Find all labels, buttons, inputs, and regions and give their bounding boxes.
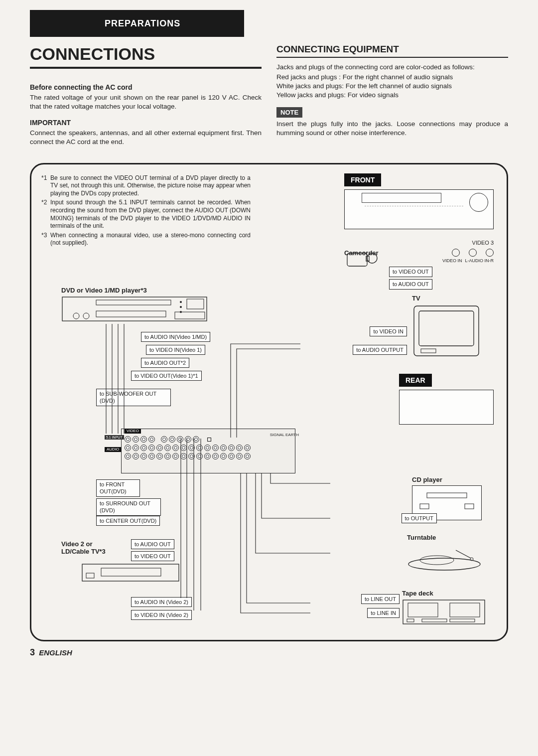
to-audio-out-label: to AUDIO OUT xyxy=(389,279,432,290)
note-text: Insert the plugs fully into the jacks. L… xyxy=(276,120,508,138)
rear-panel-label: REAR xyxy=(399,374,432,387)
dvd-player-icon xyxy=(61,296,211,331)
to-front-out-label: to FRONT OUT(DVD) xyxy=(96,479,140,497)
front-panel-block: FRONT VIDEO 3 Camcorder VIDEO IN L-AUDIO… xyxy=(344,173,494,290)
svg-rect-23 xyxy=(82,564,179,581)
to-audio-in-v2-label: to AUDIO IN (Video 2) xyxy=(131,597,192,607)
front-panel-label: FRONT xyxy=(344,173,381,187)
to-audio-output-label: to AUDIO OUTPUT xyxy=(353,345,407,355)
tape-caption: Tape deck xyxy=(402,589,487,598)
svg-rect-31 xyxy=(450,619,475,622)
rear-audio-strip-label: AUDIO xyxy=(105,447,121,453)
video2-device-block xyxy=(81,563,181,586)
turntable-icon xyxy=(407,543,482,572)
svg-rect-26 xyxy=(403,600,485,624)
section-title-connecting: CONNECTING EQUIPMENT xyxy=(276,43,508,58)
subheading-ac-cord: Before connecting the AC cord xyxy=(30,83,262,92)
svg-rect-30 xyxy=(422,619,447,622)
svg-rect-4 xyxy=(96,300,171,305)
paragraph-colorcode-intro: Jacks and plugs of the connecting cord a… xyxy=(276,63,508,72)
svg-rect-12 xyxy=(175,312,205,319)
svg-line-21 xyxy=(456,550,471,558)
tapedeck-icon xyxy=(402,599,487,629)
to-audio-out-b-label: to AUDIO OUT xyxy=(131,539,174,550)
svg-rect-14 xyxy=(419,311,474,346)
to-video-out-label: to VIDEO OUT xyxy=(389,267,432,277)
svg-point-1 xyxy=(367,253,377,263)
rear-video-strip-label: VIDEO xyxy=(125,429,141,434)
svg-rect-0 xyxy=(347,253,367,266)
svg-rect-25 xyxy=(101,568,161,576)
video2-caption-block: Video 2 or LD/Cable TV*3 xyxy=(61,540,121,557)
svg-rect-7 xyxy=(96,311,166,317)
tv-block: TV xyxy=(412,294,482,361)
subheading-important: IMPORTANT xyxy=(30,118,262,128)
to-line-out-label: to LINE OUT xyxy=(361,594,400,605)
svg-point-20 xyxy=(420,556,454,565)
svg-point-9 xyxy=(180,306,182,308)
tv-icon xyxy=(412,304,482,359)
video2-device-icon xyxy=(81,563,181,584)
camcorder-icon xyxy=(344,248,384,273)
svg-point-5 xyxy=(73,313,79,319)
svg-point-8 xyxy=(180,301,182,303)
front-audio-l-jack xyxy=(469,249,477,257)
turntable-block: Turntable xyxy=(407,533,482,574)
to-audio-out-2-label: to AUDIO OUT*2 xyxy=(141,358,189,368)
section-header-bar: PREPARATIONS xyxy=(30,10,244,37)
svg-rect-13 xyxy=(414,306,479,356)
footnote-text-3: When connecting a monaural video, use a … xyxy=(50,232,251,247)
footnote-text-2: Input sound through the 5.1 INPUT termin… xyxy=(50,199,251,230)
page-number: 3 xyxy=(30,647,35,657)
cd-caption: CD player xyxy=(412,475,482,484)
to-sub-out-label: to SUB-WOOFER OUT (DVD) xyxy=(96,389,171,407)
svg-rect-27 xyxy=(408,603,438,617)
to-video-in-v1-label: to VIDEO IN(Video 1) xyxy=(146,345,205,355)
dvd-player-block: DVD or Video 1/MD player*3 xyxy=(61,286,211,333)
tv-caption: TV xyxy=(412,294,482,303)
page-title: CONNECTIONS xyxy=(30,43,262,69)
svg-rect-24 xyxy=(86,573,94,578)
colorcode-red: Red jacks and plugs : For the right chan… xyxy=(276,73,508,82)
front-panel-illustration xyxy=(344,189,494,229)
page-language: ENGLISH xyxy=(39,648,72,657)
front-video-jack xyxy=(452,249,460,257)
svg-rect-16 xyxy=(427,493,467,498)
tapedeck-block: Tape deck xyxy=(402,589,487,631)
front-audioin-lr-label: L-AUDIO IN-R xyxy=(465,258,494,264)
rear-panel-illustration xyxy=(399,390,494,425)
to-line-in-label: to LINE IN xyxy=(367,608,400,618)
svg-rect-28 xyxy=(450,603,480,617)
page-footer: 3 ENGLISH xyxy=(30,646,508,658)
to-audio-in-v1-label: to AUDIO IN(Video 1/MD) xyxy=(141,332,210,342)
svg-rect-18 xyxy=(465,504,474,509)
paragraph-important: Connect the speakers, antennas, and all … xyxy=(30,129,262,147)
svg-rect-3 xyxy=(62,297,207,321)
colorcode-yellow: Yellow jacks and plugs: For video signal… xyxy=(276,91,508,100)
to-center-out-label: to CENTER OUT(DVD) xyxy=(96,516,160,526)
front-audio-r-jack xyxy=(486,249,494,257)
footnote-marker-3: *3 xyxy=(41,232,50,247)
svg-point-6 xyxy=(83,313,89,319)
front-videoin-label: VIDEO IN xyxy=(442,258,462,264)
footnote-marker-1: *1 xyxy=(41,174,50,198)
rear-terminal-panel: VIDEO AUDIO 5.1 INPUT SIGNAL EARTH xyxy=(121,429,295,473)
to-output-label: to OUTPUT xyxy=(402,513,437,524)
to-video-in-v2-label: to VIDEO IN (Video 2) xyxy=(131,610,192,620)
svg-rect-11 xyxy=(187,299,204,309)
footnotes-block: *1Be sure to connect the VIDEO OUT termi… xyxy=(41,174,251,247)
paragraph-ac-cord: The rated voltage of your unit shown on … xyxy=(30,93,262,111)
svg-rect-17 xyxy=(420,504,429,509)
note-badge: NOTE xyxy=(276,107,302,118)
rear-51input-label: 5.1 INPUT xyxy=(105,435,124,440)
dvd-caption: DVD or Video 1/MD player*3 xyxy=(61,286,211,295)
svg-rect-29 xyxy=(407,619,414,622)
colorcode-white: White jacks and plugs: For the left chan… xyxy=(276,82,508,91)
to-video-out-b-label: to VIDEO OUT xyxy=(131,551,174,562)
video2-caption: Video 2 or LD/Cable TV*3 xyxy=(61,540,121,556)
signal-earth-label: SIGNAL EARTH xyxy=(270,433,299,437)
turntable-caption: Turntable xyxy=(407,533,482,542)
footnote-marker-2: *2 xyxy=(41,199,50,230)
svg-rect-15 xyxy=(421,349,436,353)
rear-panel-block: REAR xyxy=(399,374,494,425)
